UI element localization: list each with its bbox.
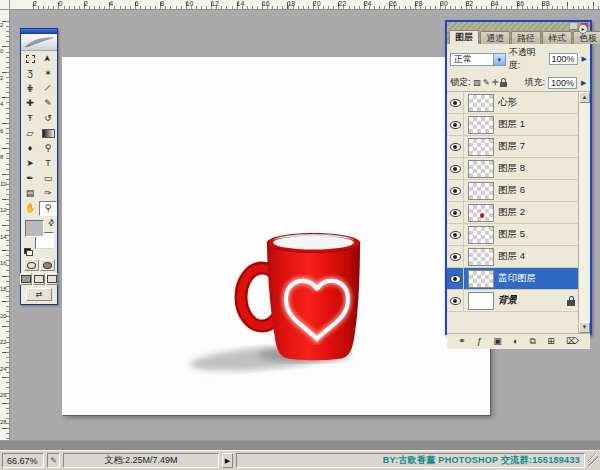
layer-thumbnail[interactable] [468, 270, 494, 288]
tool-eyedropper[interactable]: ✑ [39, 186, 57, 201]
scroll-down-icon[interactable]: ▼ [579, 322, 590, 333]
ruler-label: 36 [514, 0, 539, 9]
visibility-toggle[interactable] [447, 246, 464, 267]
lock-icon-lock-paint[interactable]: ✎ [483, 78, 490, 88]
tool-shape[interactable]: ▭ [39, 171, 57, 186]
layers-action-adjustment-layer[interactable]: ◐ [513, 335, 518, 348]
layer-row[interactable]: 图层 8 [447, 158, 578, 180]
tool-pen[interactable]: ✒ [21, 171, 39, 186]
layer-row[interactable]: 图层 4 [447, 246, 578, 268]
document-canvas[interactable] [62, 57, 490, 415]
tool-lasso[interactable]: Ʒ [21, 66, 39, 81]
lock-icon-lock-all[interactable] [500, 78, 507, 87]
tool-gradient[interactable] [39, 126, 57, 141]
panel-tab-styles[interactable]: 样式 [542, 31, 572, 44]
opacity-field[interactable]: 100% [549, 53, 578, 65]
tool-brush[interactable]: ✎ [39, 96, 57, 111]
layer-thumbnail[interactable] [468, 160, 494, 178]
fullscreen-menubar-button[interactable] [33, 273, 45, 285]
visibility-toggle[interactable] [447, 180, 464, 201]
layers-panel-titlebar[interactable]: ▁ ✕ [447, 22, 590, 30]
ruler-vertical[interactable]: 2024681012141618202224262830 [0, 10, 10, 450]
zoom-level-field[interactable]: 66.67% [2, 453, 44, 468]
layers-action-new-group[interactable]: ⧉ [530, 335, 536, 348]
tool-history-brush[interactable]: ↺ [39, 111, 57, 126]
tool-crop[interactable]: ⋕ [21, 81, 39, 96]
layer-thumbnail[interactable] [468, 182, 494, 200]
foreground-color-swatch[interactable] [25, 220, 44, 237]
layers-action-link[interactable]: ⚭ [458, 335, 466, 348]
blend-mode-select[interactable]: 正常 ▾ [450, 53, 506, 66]
layer-thumbnail[interactable] [468, 116, 494, 134]
tool-magic-wand[interactable]: ✶ [39, 66, 57, 81]
layers-action-layer-style[interactable]: ƒ [477, 335, 482, 348]
layer-thumbnail[interactable] [468, 204, 494, 222]
chevron-down-icon[interactable]: ▾ [493, 54, 505, 65]
visibility-toggle[interactable] [447, 290, 464, 311]
layer-row[interactable]: 背景 [447, 290, 578, 312]
layer-row[interactable]: 盖印图层 [447, 268, 578, 290]
tool-slice[interactable]: ∕ [39, 81, 57, 96]
ruler-label: 26 [0, 391, 9, 417]
fullscreen-button[interactable] [46, 273, 58, 285]
opacity-slider-arrow-icon[interactable]: ▶ [582, 55, 587, 63]
layer-row[interactable]: 图层 7 [447, 136, 578, 158]
tool-zoom[interactable]: ⚲ [39, 201, 57, 216]
document-size-field[interactable]: 文档:2.25M/7.49M [63, 453, 219, 468]
quick-mask-button[interactable] [40, 259, 55, 271]
layer-row[interactable]: 图层 2 [447, 202, 578, 224]
fill-slider-arrow-icon[interactable]: ▶ [581, 79, 586, 87]
layers-action-delete-layer[interactable]: ⌦ [566, 335, 579, 348]
standard-screen-button[interactable] [20, 273, 32, 285]
lock-icon-lock-move[interactable]: ✛ [492, 78, 499, 88]
panel-tab-paths[interactable]: 路径 [511, 31, 541, 44]
layer-row[interactable]: 心形 [447, 92, 578, 114]
tool-healing-brush[interactable]: ✚ [21, 96, 39, 111]
tool-hand[interactable]: ✋ [21, 201, 39, 216]
ruler-label: 32 [463, 0, 488, 9]
status-mini-icon[interactable]: ✎ [47, 453, 60, 468]
tool-rectangular-marquee[interactable] [21, 51, 39, 66]
swap-colors-icon[interactable]: ⇄ [46, 217, 57, 228]
tool-clone-stamp[interactable]: Ŧ [21, 111, 39, 126]
layer-thumbnail[interactable] [468, 94, 494, 112]
visibility-toggle[interactable] [447, 114, 464, 135]
fill-field[interactable]: 100% [548, 77, 577, 89]
layers-action-layer-mask[interactable]: ▣ [493, 335, 502, 348]
tool-eraser[interactable]: ▱ [21, 126, 39, 141]
status-menu-arrow[interactable]: ▶ [222, 453, 233, 468]
panel-tab-layers[interactable]: 图层 [449, 30, 479, 44]
visibility-toggle[interactable] [447, 224, 464, 245]
tool-type[interactable]: T [39, 156, 57, 171]
layer-thumbnail[interactable] [468, 138, 494, 156]
standard-mode-button[interactable] [24, 259, 39, 271]
layer-row[interactable]: 图层 1 [447, 114, 578, 136]
layer-thumbnail[interactable] [468, 226, 494, 244]
tool-move[interactable]: ➤ [39, 51, 57, 66]
minimize-icon[interactable]: ▁ [569, 22, 578, 30]
layers-action-new-layer[interactable]: ⊞ [547, 335, 555, 348]
visibility-toggle[interactable] [447, 202, 464, 223]
panel-tab-channels[interactable]: 通道 [480, 31, 510, 44]
visibility-toggle[interactable] [447, 268, 464, 289]
visibility-toggle[interactable] [447, 158, 464, 179]
default-colors-icon[interactable] [24, 248, 33, 256]
layer-row[interactable]: 图层 5 [447, 224, 578, 246]
visibility-toggle[interactable] [447, 136, 464, 157]
layer-thumbnail[interactable] [468, 248, 494, 266]
resize-grip[interactable] [588, 453, 598, 468]
jump-to-imageready-button[interactable]: ⇄ [26, 288, 52, 301]
layers-scrollbar[interactable]: ▲ ▼ [578, 92, 590, 333]
panel-menu-button[interactable]: ▸ [578, 24, 588, 34]
tool-path-selection[interactable]: ➤ [21, 156, 39, 171]
tool-dodge[interactable]: ⚲ [39, 141, 57, 156]
panel-tab-swatches[interactable]: 色板 [573, 31, 600, 44]
tool-notes[interactable]: ▤ [21, 186, 39, 201]
visibility-toggle[interactable] [447, 92, 464, 113]
ruler-horizontal[interactable]: 202468101214161820222426283032343638 [10, 0, 600, 10]
scroll-up-icon[interactable]: ▲ [579, 92, 590, 103]
tool-blur[interactable]: ♦ [21, 141, 39, 156]
layer-row[interactable]: 图层 6 [447, 180, 578, 202]
layer-thumbnail[interactable] [468, 292, 494, 310]
lock-icon-lock-transparent[interactable]: ▨ [474, 78, 482, 88]
